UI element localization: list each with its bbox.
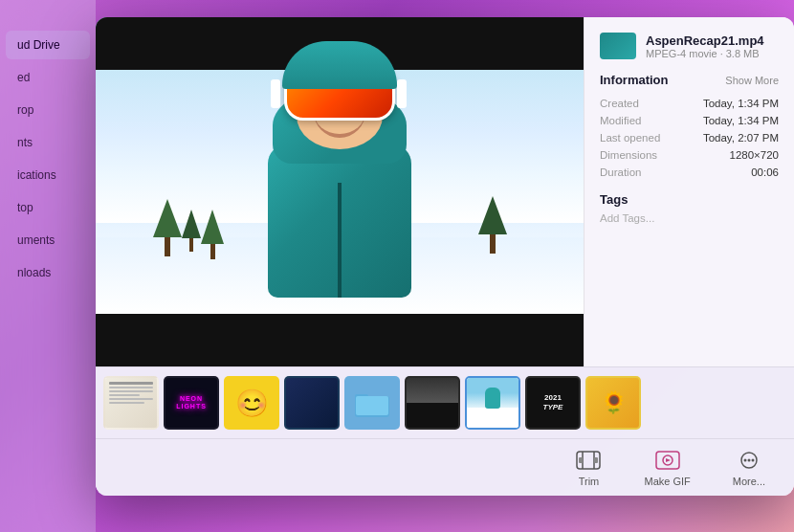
svg-point-12	[747, 458, 750, 461]
sidebar: ud Drive ed rop nts ications top uments …	[0, 0, 96, 532]
more-button[interactable]: More...	[723, 443, 775, 493]
info-key-duration: Duration	[600, 166, 641, 178]
jacket	[268, 144, 411, 298]
thumbnail-image	[600, 33, 636, 59]
info-key-created: Created	[600, 98, 639, 109]
tags-label: Tags	[600, 192, 779, 207]
sidebar-item-desktop[interactable]: top	[6, 193, 90, 222]
trim-icon	[575, 449, 602, 472]
make-gif-icon	[654, 449, 681, 472]
info-key-lastopened: Last opened	[600, 132, 660, 144]
file-info-text: AspenRecap21.mp4 MPEG-4 movie · 3.8 MB	[646, 33, 764, 59]
make-gif-label: Make GIF	[644, 476, 690, 487]
sidebar-item-downloads[interactable]: nloads	[6, 258, 90, 287]
zipper	[338, 183, 342, 298]
info-row-created: Created Today, 1:34 PM	[600, 95, 779, 112]
svg-point-11	[743, 458, 746, 461]
trim-label: Trim	[579, 476, 600, 487]
svg-rect-7	[594, 457, 598, 463]
svg-point-13	[751, 458, 754, 461]
sidebar-item-documents2[interactable]: uments	[6, 226, 90, 255]
svg-rect-2	[356, 396, 388, 415]
file-header: AspenRecap21.mp4 MPEG-4 movie · 3.8 MB	[600, 33, 779, 59]
thumbnail-3[interactable]: 😊	[224, 376, 279, 430]
file-type-size: MPEG-4 movie · 3.8 MB	[646, 48, 764, 59]
info-val-created: Today, 1:34 PM	[703, 98, 779, 109]
goggle-strap-right	[397, 79, 407, 108]
info-row-duration: Duration 00:06	[600, 164, 779, 181]
sidebar-item-airdrop[interactable]: rop	[6, 96, 90, 124]
sidebar-item-icloud-drive[interactable]: ud Drive	[6, 31, 90, 59]
info-panel: AspenRecap21.mp4 MPEG-4 movie · 3.8 MB I…	[584, 17, 794, 366]
sidebar-item-documents[interactable]: nts	[6, 128, 90, 157]
info-row-lastopened: Last opened Today, 2:07 PM	[600, 129, 779, 146]
info-val-duration: 00:06	[751, 166, 779, 178]
sidebar-item-applications[interactable]: ications	[6, 161, 90, 189]
more-label: More...	[733, 476, 765, 487]
thumbnail-strip: NEONLIGHTS 😊	[96, 366, 794, 438]
main-window: AspenRecap21.mp4 MPEG-4 movie · 3.8 MB I…	[96, 17, 794, 496]
thumbnail-4[interactable]	[284, 376, 340, 430]
video-content	[96, 17, 584, 366]
scene-background	[96, 17, 584, 366]
person	[244, 87, 435, 298]
thumbnail-6[interactable]	[405, 376, 460, 430]
bottom-area: NEONLIGHTS 😊	[96, 366, 794, 496]
tags-section: Tags Add Tags...	[600, 192, 779, 224]
folder-icon	[355, 388, 389, 417]
info-key-dimensions: Dimensions	[600, 149, 657, 161]
toolbar: Trim Make GIF	[96, 438, 794, 496]
info-val-lastopened: Today, 2:07 PM	[703, 132, 779, 144]
info-key-modified: Modified	[600, 115, 641, 126]
thumbnail-and-tools: NEONLIGHTS 😊	[96, 366, 794, 496]
info-section-header: Information Show More	[600, 73, 779, 87]
video-preview[interactable]	[96, 17, 584, 366]
thumbnail-7[interactable]	[465, 376, 520, 430]
show-more-button[interactable]: Show More	[725, 75, 779, 86]
info-val-dimensions: 1280×720	[730, 149, 780, 161]
more-icon	[736, 449, 762, 472]
trim-button[interactable]: Trim	[565, 443, 611, 493]
info-val-modified: Today, 1:34 PM	[703, 115, 779, 126]
add-tags-input[interactable]: Add Tags...	[600, 212, 779, 224]
thumbnail-1[interactable]	[103, 376, 159, 430]
info-row-modified: Modified Today, 1:34 PM	[600, 112, 779, 129]
file-thumbnail	[600, 33, 636, 59]
thumbnail-2[interactable]: NEONLIGHTS	[164, 376, 219, 430]
thumbnail-8[interactable]: 2021TYPE	[525, 376, 581, 430]
goggle-strap-left	[271, 79, 280, 108]
file-name: AspenRecap21.mp4	[646, 33, 764, 48]
letterbox-bottom	[96, 314, 584, 366]
info-section-title: Information	[600, 73, 669, 87]
info-row-dimensions: Dimensions 1280×720	[600, 146, 779, 164]
sidebar-item-recents[interactable]: ed	[6, 63, 90, 92]
snowboarder-figure	[96, 70, 584, 314]
make-gif-button[interactable]: Make GIF	[634, 443, 699, 493]
thumbnail-9[interactable]: 🌻	[585, 376, 641, 430]
preview-area: AspenRecap21.mp4 MPEG-4 movie · 3.8 MB I…	[96, 17, 794, 366]
thumbnail-5[interactable]	[344, 376, 400, 430]
svg-rect-6	[579, 457, 583, 463]
